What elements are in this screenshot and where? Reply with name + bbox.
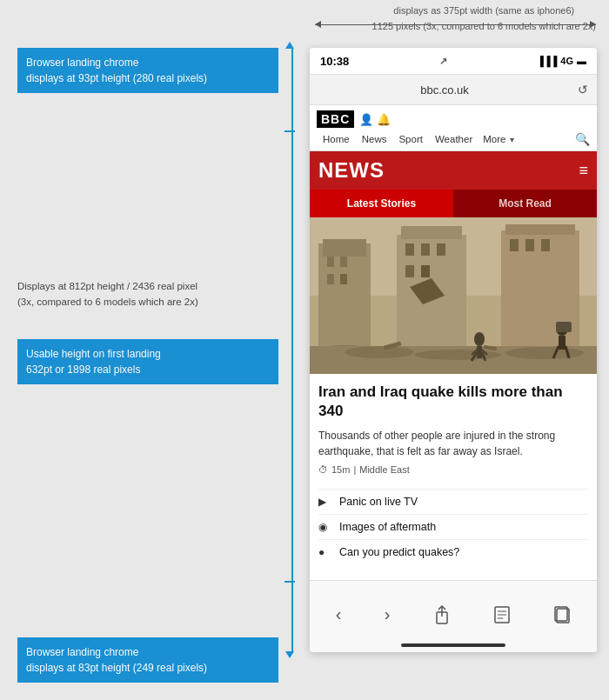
arrow-top <box>285 42 294 49</box>
related-link-3-text: Can you predict quakes? <box>339 546 459 558</box>
displays-812-line1: Displays at 812pt height / 2436 real pix… <box>17 281 197 291</box>
browser-chrome-top-box: Browser landing chrome displays at 93pt … <box>17 48 278 93</box>
clock-icon: ⏱ <box>318 464 328 475</box>
search-icon[interactable]: 🔍 <box>575 132 590 146</box>
browser-chrome-top-line1: Browser landing chrome <box>26 57 138 69</box>
nav-news[interactable]: News <box>356 131 393 147</box>
phone-mockup: 10:38 ↗ ▐▐▐ 4G ▬ bbc.co.uk ↺ BBC 👤 🔔 Hom… <box>310 48 597 652</box>
nav-more[interactable]: More <box>478 131 510 147</box>
tab-most-read[interactable]: Most Read <box>453 190 597 217</box>
bottom-browser-bar: ‹ › <box>310 580 597 652</box>
tick-chrome-bottom <box>284 581 295 583</box>
meta-separator: | <box>353 464 356 475</box>
displays-812-annotation: Displays at 812pt height / 2436 real pix… <box>17 278 278 310</box>
related-link-1-text: Panic on live TV <box>339 496 418 508</box>
status-bar: 10:38 ↗ ▐▐▐ 4G ▬ <box>310 48 597 74</box>
news-content: Iran and Iraq quake kills more than 340 … <box>310 217 597 564</box>
article-image <box>310 217 597 374</box>
status-time: 10:38 <box>320 55 349 68</box>
bbc-top-nav: BBC 👤 🔔 Home News Sport Weather More ▾ 🔍 <box>310 105 597 151</box>
article-meta: ⏱ 15m | Middle East <box>318 464 588 475</box>
top-annotation-line1: displays as 375pt width (same as iphone6… <box>393 5 574 16</box>
back-button[interactable]: ‹ <box>329 590 349 639</box>
home-indicator <box>401 643 505 647</box>
usable-height-box: Usable height on first landing 632pt or … <box>17 339 278 384</box>
forward-button[interactable]: › <box>378 590 398 639</box>
hamburger-icon[interactable]: ≡ <box>579 162 588 180</box>
user-icon[interactable]: 👤 <box>359 113 373 126</box>
tab-latest-stories[interactable]: Latest Stories <box>310 190 453 217</box>
related-link-2[interactable]: ◉ Images of aftermath <box>318 514 588 539</box>
left-annotation-panel: Browser landing chrome displays at 93pt … <box>0 0 296 700</box>
article-headline[interactable]: Iran and Iraq quake kills more than 340 <box>318 383 588 421</box>
reload-icon[interactable]: ↺ <box>578 83 588 97</box>
arrow-icon: ↗ <box>439 56 447 67</box>
battery-icon: ▬ <box>577 56 586 66</box>
arrow-bottom <box>285 651 294 658</box>
bbc-nav-links: Home News Sport Weather More ▾ 🔍 <box>317 131 590 147</box>
bbc-logo[interactable]: BBC <box>317 110 354 128</box>
related-links: ▶ Panic on live TV ◉ Images of aftermath… <box>310 489 597 564</box>
svg-rect-39 <box>310 217 597 374</box>
usable-height-line1: Usable height on first landing <box>26 348 161 360</box>
network-type: 4G <box>560 56 573 66</box>
dropdown-arrow[interactable]: ▾ <box>510 135 514 144</box>
status-icons: ▐▐▐ 4G ▬ <box>537 56 586 66</box>
play-icon: ▶ <box>318 496 332 508</box>
related-link-3[interactable]: ● Can you predict quakes? <box>318 539 588 564</box>
related-link-1[interactable]: ▶ Panic on live TV <box>318 489 588 514</box>
nav-sport[interactable]: Sport <box>392 131 429 147</box>
article-summary: Thousands of other people are injured in… <box>318 428 588 459</box>
news-tabs: Latest Stories Most Read <box>310 190 597 217</box>
bbc-news-header: NEWS ≡ <box>310 151 597 190</box>
article-time: 15m <box>331 464 350 475</box>
bullet-icon: ● <box>318 546 332 558</box>
bbc-logo-row: BBC 👤 🔔 <box>317 110 590 128</box>
nav-weather[interactable]: Weather <box>429 131 478 147</box>
article-region: Middle East <box>359 464 409 475</box>
tick-chrome-top <box>284 130 295 132</box>
browser-chrome-bottom-line1: Browser landing chrome <box>26 646 138 658</box>
top-annotation: displays as 375pt width (same as iphone6… <box>372 3 596 34</box>
browser-chrome-bottom-box: Browser landing chrome displays at 83pt … <box>17 637 278 683</box>
browser-chrome-top-line2: displays at 93pt height (280 real pixels… <box>26 72 207 84</box>
usable-height-line2: 632pt or 1898 real pixels <box>26 363 140 376</box>
main-vertical-arrow <box>291 48 293 652</box>
width-arrow <box>315 24 596 25</box>
nav-home[interactable]: Home <box>317 131 356 147</box>
browser-chrome-bottom-line2: displays at 83pt height (249 real pixels… <box>26 662 207 674</box>
bookmarks-button[interactable] <box>486 590 518 639</box>
url-bar[interactable]: bbc.co.uk ↺ <box>310 74 597 105</box>
top-annotation-line2: 1125 pixels (3x, compared to 6 models wh… <box>372 21 596 31</box>
bbc-icons: 👤 🔔 <box>359 113 391 126</box>
share-button[interactable] <box>426 590 458 639</box>
tabs-button[interactable] <box>546 590 578 639</box>
notifications-icon[interactable]: 🔔 <box>377 113 391 126</box>
displays-812-line2: (3x, compared to 6 models which are 2x) <box>17 297 198 307</box>
news-title: NEWS <box>318 158 385 183</box>
article-body: Iran and Iraq quake kills more than 340 … <box>310 374 597 489</box>
related-link-2-text: Images of aftermath <box>339 521 436 533</box>
signal-bars: ▐▐▐ <box>537 56 557 66</box>
image-icon: ◉ <box>318 521 332 533</box>
url-text: bbc.co.uk <box>318 83 571 97</box>
bottom-nav: ‹ › <box>310 581 597 643</box>
